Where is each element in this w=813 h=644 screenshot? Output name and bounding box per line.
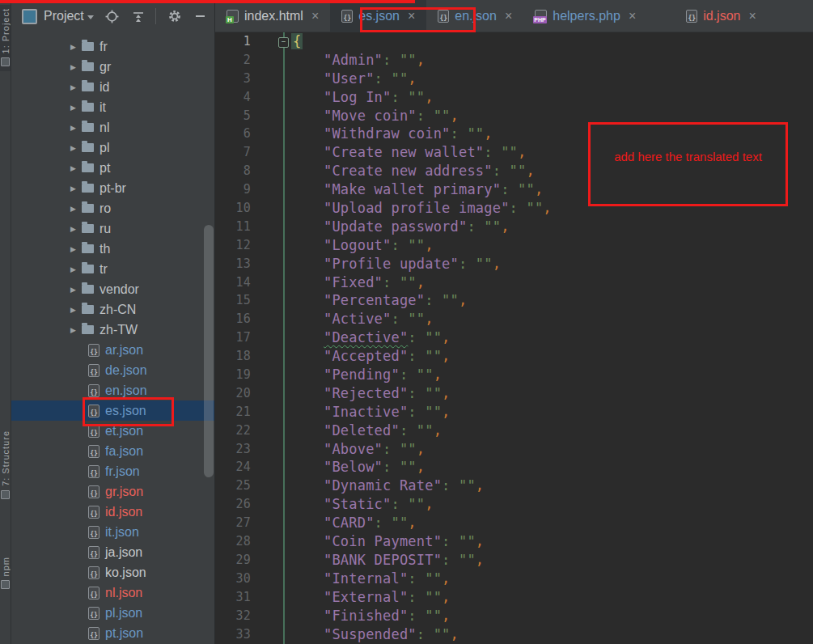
chevron-right-icon[interactable]: ▶ — [70, 225, 82, 233]
tree-file-et.json[interactable]: {}et.json — [11, 421, 214, 441]
close-tab-icon[interactable]: × — [408, 9, 415, 23]
json-colon: : — [391, 237, 399, 253]
stripe-button-npm[interactable]: npm — [0, 557, 11, 589]
line-number: 29 — [215, 551, 251, 570]
tree-folder-fr[interactable]: ▶fr — [11, 36, 214, 57]
json-colon: : — [408, 608, 416, 624]
line-number: 31 — [215, 588, 251, 607]
tab-helpers.php[interactable]: PHPhelpers.php× — [523, 0, 647, 32]
tree-file-nl.json[interactable]: {}nl.json — [11, 583, 214, 603]
chevron-right-icon[interactable]: ▶ — [70, 164, 82, 172]
code-line: 26"Static": "", — [215, 495, 813, 514]
editor-tab-bar: Hindex.html×{}es.json×{}en.json×PHPhelpe… — [215, 0, 813, 32]
tree-file-de.json[interactable]: {}de.json — [11, 360, 214, 380]
json-key: "Log In" — [324, 89, 391, 105]
chevron-right-icon[interactable]: ▶ — [70, 144, 82, 152]
chevron-right-icon[interactable]: ▶ — [70, 63, 82, 71]
editor-pane[interactable]: − 1{2"Admin": "",3"User": "",4"Log In": … — [215, 32, 813, 644]
tree-file-en.json[interactable]: {}en.json — [11, 380, 214, 400]
chevron-right-icon[interactable]: ▶ — [70, 104, 82, 112]
tree-folder-vendor[interactable]: ▶vendor — [11, 279, 214, 299]
tab-index.html[interactable]: Hindex.html× — [215, 0, 330, 32]
line-number: 14 — [215, 273, 251, 292]
tree-file-gr.json[interactable]: {}gr.json — [11, 481, 214, 502]
tree-folder-nl[interactable]: ▶nl — [11, 117, 214, 138]
tree-file-ja.json[interactable]: {}ja.json — [11, 542, 214, 562]
tree-file-fa.json[interactable]: {}fa.json — [11, 441, 214, 461]
json-colon: : — [417, 626, 425, 642]
chevron-right-icon[interactable]: ▶ — [70, 245, 82, 253]
line-number: 10 — [215, 199, 251, 218]
fold-toggle-icon[interactable]: − — [278, 37, 289, 48]
tree-folder-zh-CN[interactable]: ▶zh-CN — [11, 299, 214, 320]
line-number: 17 — [215, 328, 251, 347]
tree-file-fr.json[interactable]: {}fr.json — [11, 461, 214, 481]
tree-folder-pl[interactable]: ▶pl — [11, 138, 214, 158]
tree-folder-it[interactable]: ▶it — [11, 97, 214, 117]
tab-id.json[interactable]: {}id.json× — [675, 0, 768, 32]
chevron-right-icon[interactable]: ▶ — [70, 83, 82, 91]
chevron-right-icon[interactable]: ▶ — [70, 306, 82, 314]
tree-item-label: fa.json — [105, 444, 143, 459]
json-empty-value: "" — [484, 218, 501, 235]
tree-folder-th[interactable]: ▶th — [11, 239, 214, 259]
hide-panel-icon[interactable] — [193, 9, 208, 23]
collapse-all-icon[interactable] — [131, 9, 146, 23]
stripe-button-project[interactable]: 1: Project — [0, 5, 11, 71]
close-tab-icon[interactable]: × — [505, 9, 512, 23]
line-number: 4 — [215, 88, 251, 107]
json-comma: , — [408, 515, 416, 531]
tree-folder-pt[interactable]: ▶pt — [11, 158, 214, 178]
settings-gear-icon[interactable] — [167, 9, 182, 23]
close-tab-icon[interactable]: × — [629, 9, 636, 23]
chevron-down-icon[interactable] — [87, 15, 94, 19]
line-content: "Withdraw coin": "", — [251, 125, 493, 143]
code-line: 8"Create new address": "", — [215, 162, 813, 180]
tree-item-label: zh-TW — [100, 323, 138, 337]
code-line: 17"Deactive": "", — [215, 328, 813, 347]
chevron-right-icon[interactable]: ▶ — [70, 124, 82, 132]
tree-scrollbar-thumb[interactable] — [204, 225, 214, 477]
close-tab-icon[interactable]: × — [748, 9, 756, 23]
php-file-icon: PHP — [535, 10, 547, 23]
json-empty-value: "" — [391, 70, 408, 87]
tree-item-label: fr — [100, 40, 108, 54]
tree-folder-ro[interactable]: ▶ro — [11, 198, 214, 218]
tree-file-it.json[interactable]: {}it.json — [11, 522, 214, 542]
line-number: 9 — [215, 180, 251, 199]
chevron-right-icon[interactable]: ▶ — [70, 43, 82, 51]
project-tree: ▶fr▶gr▶id▶it▶nl▶pl▶pt▶pt-br▶ro▶ru▶th▶tr▶… — [11, 32, 214, 644]
tree-folder-gr[interactable]: ▶gr — [11, 57, 214, 77]
tree-file-pt.json[interactable]: {}pt.json — [11, 623, 214, 643]
json-colon: : — [391, 89, 399, 105]
tree-file-ar.json[interactable]: {}ar.json — [11, 340, 214, 360]
line-content: "External": "", — [251, 588, 451, 607]
tab-es.json[interactable]: {}es.json× — [330, 0, 426, 32]
json-colon: : — [510, 200, 518, 216]
tree-file-es.json[interactable]: {}es.json — [11, 400, 214, 421]
json-key: "Active" — [324, 311, 391, 327]
tree-folder-zh-TW[interactable]: ▶zh-TW — [11, 320, 214, 340]
chevron-right-icon[interactable]: ▶ — [70, 184, 82, 193]
tree-folder-id[interactable]: ▶id — [11, 77, 214, 97]
json-comma: , — [425, 496, 433, 512]
tab-label: index.html — [244, 9, 303, 23]
chevron-right-icon[interactable]: ▶ — [70, 265, 82, 273]
tree-file-ko.json[interactable]: {}ko.json — [11, 562, 214, 583]
chevron-right-icon[interactable]: ▶ — [70, 326, 82, 334]
json-key: "User" — [324, 70, 375, 87]
stripe-button-structure[interactable]: 7: Structure — [0, 430, 11, 499]
tree-folder-tr[interactable]: ▶tr — [11, 259, 214, 279]
close-tab-icon[interactable]: × — [311, 9, 319, 23]
locate-file-icon[interactable] — [105, 9, 120, 23]
project-panel-title[interactable]: Project — [44, 9, 84, 23]
chevron-right-icon[interactable]: ▶ — [70, 205, 82, 213]
line-number: 30 — [215, 570, 251, 588]
chevron-right-icon[interactable]: ▶ — [70, 286, 82, 294]
tree-folder-ru[interactable]: ▶ru — [11, 218, 214, 239]
json-key: "Upload profile image" — [324, 200, 510, 216]
tree-file-pl.json[interactable]: {}pl.json — [11, 603, 214, 623]
tree-file-id.json[interactable]: {}id.json — [11, 502, 214, 522]
tab-en.json[interactable]: {}en.json× — [426, 0, 523, 32]
tree-folder-pt-br[interactable]: ▶pt-br — [11, 178, 214, 198]
